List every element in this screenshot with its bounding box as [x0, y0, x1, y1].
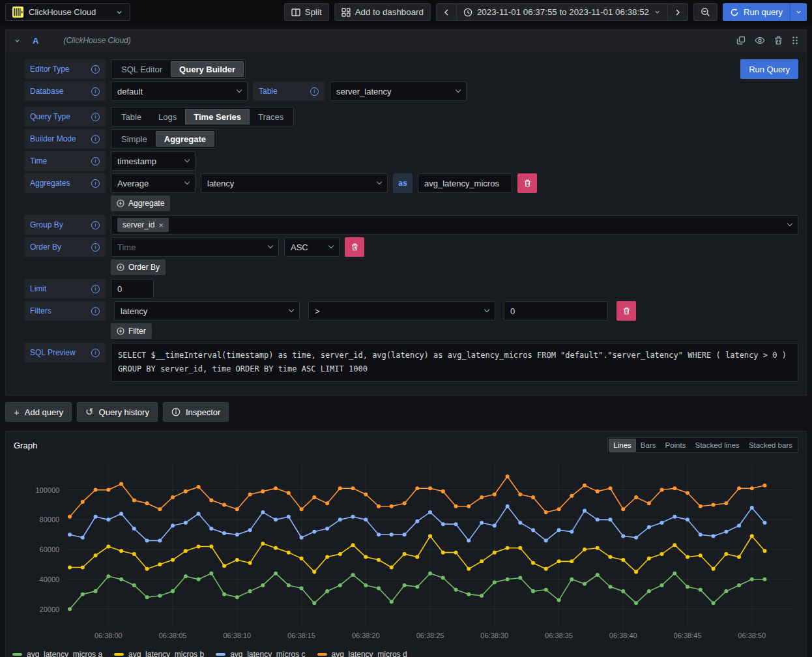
graph-mode-stacked-bars[interactable]: Stacked bars: [744, 439, 797, 452]
legend-item[interactable]: avg_latency_micros a: [12, 650, 102, 657]
info-icon[interactable]: i: [91, 307, 100, 315]
query-type-option-table[interactable]: Table: [113, 109, 150, 124]
filter-value-input[interactable]: 0: [504, 301, 608, 321]
time-shift-forward-button[interactable]: [667, 3, 688, 21]
builder-mode-label: Builder Mode i: [24, 129, 106, 149]
split-button[interactable]: Split: [284, 3, 329, 21]
legend-item[interactable]: avg_latency_micros c: [216, 650, 305, 657]
time-column-select[interactable]: timestamp: [111, 151, 196, 171]
add-query-button[interactable]: + Add query: [5, 402, 72, 422]
delete-query-icon[interactable]: [774, 36, 783, 45]
graph-mode-stacked-lines[interactable]: Stacked lines: [690, 439, 744, 452]
zoom-out-button[interactable]: [693, 3, 718, 21]
info-icon[interactable]: i: [91, 157, 100, 166]
run-query-panel-button[interactable]: Run Query: [740, 59, 798, 79]
group-by-chip: server_id: [117, 218, 169, 232]
info-icon[interactable]: i: [91, 113, 100, 121]
builder-mode-option-aggregate[interactable]: Aggregate: [156, 131, 214, 147]
graph-mode-points[interactable]: Points: [661, 439, 691, 452]
history-icon: ↺: [85, 406, 94, 418]
info-icon[interactable]: i: [91, 349, 100, 357]
add-to-dashboard-button[interactable]: Add to dashboard: [334, 3, 431, 21]
remove-aggregate-button[interactable]: [517, 173, 537, 193]
group-by-multiselect[interactable]: server_id: [111, 215, 798, 235]
aggregate-function-select[interactable]: Average: [111, 173, 196, 193]
legend-swatch: [114, 653, 124, 656]
graph-mode-toggle: Lines Bars Points Stacked lines Stacked …: [607, 437, 798, 453]
graph-mode-lines[interactable]: Lines: [609, 439, 636, 452]
query-header-actions: [736, 36, 798, 45]
time-range-picker[interactable]: 2023-11-01 06:37:55 to 2023-11-01 06:38:…: [456, 3, 668, 21]
query-ref-id: A: [33, 36, 38, 46]
duplicate-query-icon[interactable]: [736, 36, 746, 45]
info-icon[interactable]: i: [91, 285, 100, 293]
query-datasource-note: (ClickHouse Cloud): [63, 36, 130, 45]
drag-handle-icon[interactable]: [792, 36, 798, 45]
limit-label: Limit i: [24, 279, 106, 299]
chevron-down-icon: [787, 221, 793, 227]
group-by-label: Group By i: [24, 215, 106, 235]
graph-mode-bars[interactable]: Bars: [636, 439, 661, 452]
svg-text:06:38:25: 06:38:25: [416, 632, 444, 639]
table-select[interactable]: server_latency: [330, 81, 467, 101]
graph-panel: Graph Lines Bars Points Stacked lines St…: [5, 431, 807, 657]
time-row: Time i timestamp: [24, 151, 798, 171]
filters-label: Filters i: [24, 301, 106, 321]
toggle-visibility-icon[interactable]: [755, 36, 765, 44]
order-by-direction-select[interactable]: ASC: [284, 237, 340, 257]
chevron-down-icon: [184, 179, 190, 185]
filter-operator-select[interactable]: >: [308, 301, 495, 321]
editor-type-option-query-builder[interactable]: Query Builder: [171, 61, 244, 77]
legend-item[interactable]: avg_latency_micros d: [317, 650, 407, 657]
info-icon[interactable]: i: [91, 221, 100, 229]
inspector-button[interactable]: Inspector: [163, 402, 229, 422]
remove-order-by-button[interactable]: [345, 237, 364, 257]
query-history-button[interactable]: ↺ Query history: [77, 402, 158, 422]
query-type-option-traces[interactable]: Traces: [250, 109, 292, 124]
datasource-name: ClickHouse Cloud: [29, 7, 110, 17]
chevron-down-icon: [289, 307, 295, 313]
svg-text:06:38:05: 06:38:05: [159, 632, 187, 639]
info-icon[interactable]: i: [91, 135, 100, 143]
filter-column-select[interactable]: latency: [114, 301, 300, 321]
editor-type-option-sql-editor[interactable]: SQL Editor: [113, 61, 171, 77]
order-by-column-select[interactable]: Time: [111, 237, 279, 257]
info-icon[interactable]: i: [91, 65, 100, 74]
query-type-option-time-series[interactable]: Time Series: [185, 109, 250, 124]
svg-text:06:38:50: 06:38:50: [738, 632, 766, 639]
svg-text:100000: 100000: [35, 486, 59, 494]
remove-filter-button[interactable]: [616, 301, 636, 321]
svg-text:06:38:00: 06:38:00: [94, 632, 123, 639]
time-shift-back-button[interactable]: [436, 3, 457, 21]
info-icon[interactable]: i: [310, 87, 319, 96]
run-query-button[interactable]: Run query: [723, 3, 790, 21]
info-icon[interactable]: i: [91, 87, 100, 96]
chevron-down-icon: [184, 157, 190, 163]
sql-preview-text: SELECT $__timeInterval(timestamp) as tim…: [111, 343, 798, 382]
time-range-text: 2023-11-01 06:37:55 to 2023-11-01 06:38:…: [477, 7, 649, 17]
plus-icon: +: [14, 407, 20, 418]
builder-mode-option-simple[interactable]: Simple: [113, 131, 156, 147]
inspector-info-icon: [171, 407, 181, 416]
clickhouse-logo-icon: [12, 7, 23, 18]
query-type-label: Query Type i: [24, 107, 106, 126]
legend-item[interactable]: avg_latency_micros b: [114, 650, 204, 657]
info-icon[interactable]: i: [91, 179, 100, 188]
limit-input[interactable]: 0: [111, 279, 154, 299]
add-aggregate-button[interactable]: Aggregate: [111, 196, 170, 211]
add-aggregate-row: Aggregate: [111, 196, 798, 211]
aggregate-alias-input[interactable]: avg_latency_micros: [418, 173, 512, 193]
database-select[interactable]: default: [111, 81, 248, 101]
add-filter-button[interactable]: Filter: [111, 323, 152, 339]
clock-icon: [463, 8, 472, 17]
add-order-by-button[interactable]: Order By: [111, 259, 166, 275]
chip-remove-icon[interactable]: [158, 220, 164, 230]
query-type-option-logs[interactable]: Logs: [150, 109, 185, 124]
chevron-down-icon: [115, 8, 123, 16]
chevron-down-icon: [484, 307, 490, 313]
run-query-options-button[interactable]: [790, 3, 807, 21]
info-icon[interactable]: i: [91, 243, 100, 252]
aggregate-column-select[interactable]: latency: [201, 173, 388, 193]
collapse-chevron-icon[interactable]: [14, 37, 21, 44]
datasource-picker[interactable]: ClickHouse Cloud: [5, 3, 130, 21]
